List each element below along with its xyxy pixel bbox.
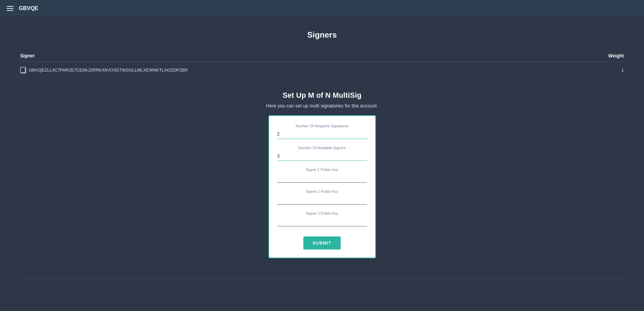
- setup-title: Set Up M of N MultiSig: [20, 91, 624, 100]
- signer2-label: Signer 2 Public Key: [277, 189, 367, 193]
- signer3-group: Signer 3 Public Key: [277, 211, 367, 226]
- menu-icon[interactable]: [7, 6, 13, 11]
- signers-table: Signer Weight GBVQEZLL4C7PAR2E7CE6KJ2RRK…: [20, 50, 624, 78]
- submit-button[interactable]: SUBMIT: [303, 236, 341, 250]
- signer2-group: Signer 2 Public Key: [277, 189, 367, 205]
- form-card: Number Of Required Signatures Number Of …: [268, 115, 376, 258]
- signer-address: GBVQEZLL4C7PAR2E7CE6KJ2RRKX6VO3GTI6GGLLM…: [29, 68, 188, 73]
- signer-weight: 1: [572, 62, 624, 78]
- signer1-input[interactable]: [277, 173, 367, 183]
- signer2-input[interactable]: [277, 195, 367, 205]
- setup-section: Set Up M of N MultiSig Here you can set …: [20, 91, 624, 258]
- signer3-label: Signer 3 Public Key: [277, 211, 367, 215]
- signer3-input[interactable]: [277, 217, 367, 226]
- main-content: Signers Signer Weight GBVQEZLL4C7PAR2E7C…: [0, 17, 644, 292]
- available-signers-input[interactable]: [277, 151, 367, 161]
- col-weight-header: Weight: [572, 50, 624, 62]
- app-title: GBVQE: [19, 5, 38, 11]
- required-sigs-group: Number Of Required Signatures: [277, 124, 367, 139]
- footer-divider: [20, 278, 624, 279]
- signer-cell: GBVQEZLL4C7PAR2E7CE6KJ2RRKX6VO3GTI6GGLLM…: [20, 67, 572, 73]
- signer1-group: Signer 1 Public Key: [277, 168, 367, 183]
- navbar: GBVQE: [0, 0, 644, 17]
- copy-icon[interactable]: [20, 67, 26, 73]
- required-sigs-label: Number Of Required Signatures: [277, 124, 367, 128]
- table-row: GBVQEZLL4C7PAR2E7CE6KJ2RRKX6VO3GTI6GGLLM…: [20, 62, 624, 78]
- required-sigs-input[interactable]: [277, 129, 367, 139]
- page-heading: Signers: [20, 30, 624, 40]
- signer1-label: Signer 1 Public Key: [277, 168, 367, 172]
- available-signers-label: Number Of Available Signers: [277, 146, 367, 150]
- setup-subtitle: Here you can set up multi signatories fo…: [20, 103, 624, 108]
- available-signers-group: Number Of Available Signers: [277, 146, 367, 161]
- col-signer-header: Signer: [20, 50, 572, 62]
